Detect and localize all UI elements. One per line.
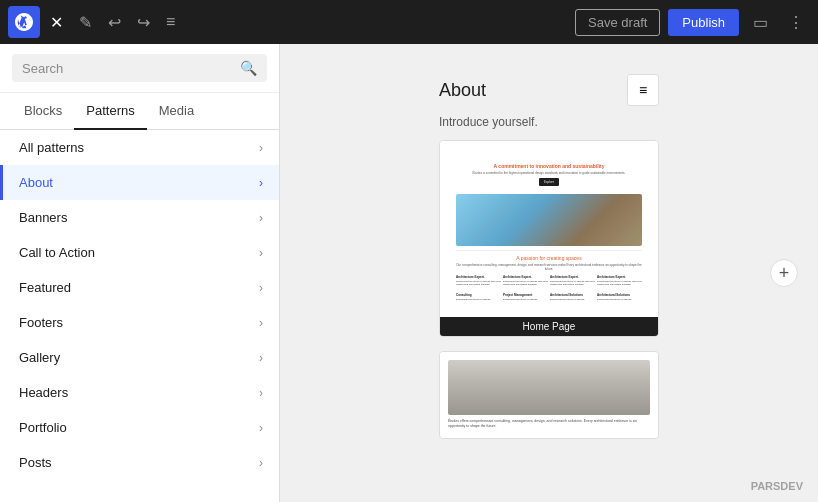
save-draft-button[interactable]: Save draft	[575, 9, 660, 36]
sidebar-item-portfolio[interactable]: Portfolio ›	[0, 410, 279, 445]
publish-button[interactable]: Publish	[668, 9, 739, 36]
grid-item-4: Architecture Expert. Examining the futur…	[597, 275, 642, 286]
sidebar-list: All patterns › About › Banners › Call to…	[0, 130, 279, 502]
add-block-button[interactable]: +	[770, 259, 798, 287]
chevron-icon: ›	[259, 456, 263, 470]
arch-heading: A commitment to innovation and sustainab…	[460, 163, 638, 169]
toolbar-right: Save draft Publish ▭ ⋮	[575, 7, 810, 38]
more-options-button[interactable]: ⋮	[782, 7, 810, 38]
undo-button[interactable]: ↩	[102, 7, 127, 38]
chevron-icon: ›	[259, 386, 263, 400]
grid-item-8: Architectural Solutions Examining the fu…	[597, 293, 642, 301]
sidebar-item-call-to-action[interactable]: Call to Action ›	[0, 235, 279, 270]
arch-grid-2: Consulting Examining the future of space…	[456, 293, 642, 301]
chevron-icon: ›	[259, 421, 263, 435]
grid-item-7: Architectural Solutions Examining the fu…	[550, 293, 595, 301]
sidebar-item-banners[interactable]: Banners ›	[0, 200, 279, 235]
sidebar-item-headers[interactable]: Headers ›	[0, 375, 279, 410]
arch-body-text: Études is committed to the highest opera…	[460, 171, 638, 175]
redo-button[interactable]: ↪	[131, 7, 156, 38]
tab-patterns[interactable]: Patterns	[74, 93, 146, 130]
sidebar-item-label: All patterns	[19, 140, 84, 155]
arch-grid: Architecture Expert. Examining the futur…	[456, 275, 642, 286]
list-icon: ≡	[639, 82, 647, 98]
pattern-card-1[interactable]: A commitment to innovation and sustainab…	[439, 140, 659, 337]
sidebar-item-label: Gallery	[19, 350, 60, 365]
sidebar-item-featured[interactable]: Featured ›	[0, 270, 279, 305]
section-subtitle: Introduce yourself.	[439, 112, 659, 130]
card2-inner: Études offers comprehensive consulting, …	[440, 352, 658, 438]
sidebar: 🔍 Blocks Patterns Media All patterns › A…	[0, 44, 280, 502]
toolbar: ✕ ✎ ↩ ↪ ≡ Save draft Publish ▭ ⋮	[0, 0, 818, 44]
chevron-icon: ›	[259, 176, 263, 190]
sidebar-item-label: Call to Action	[19, 245, 95, 260]
menu-button[interactable]: ≡	[160, 7, 181, 37]
view-button[interactable]: ▭	[747, 7, 774, 38]
grid-item-2: Architecture Expert. Examining the futur…	[503, 275, 548, 286]
sidebar-item-label: Headers	[19, 385, 68, 400]
content-area: About ≡ Introduce yourself. A commitment…	[280, 44, 818, 502]
sidebar-item-label: Posts	[19, 455, 52, 470]
grid-item-6: Project Management Examining the future …	[503, 293, 548, 301]
pattern-card-2[interactable]: Études offers comprehensive consulting, …	[439, 351, 659, 439]
section-header: About ≡	[439, 74, 659, 106]
arch-preview: A commitment to innovation and sustainab…	[450, 151, 648, 307]
chevron-icon: ›	[259, 281, 263, 295]
tab-media[interactable]: Media	[147, 93, 206, 130]
arch-section2-heading: A passion for creating spaces	[456, 255, 642, 261]
search-container: 🔍	[0, 44, 279, 93]
search-box: 🔍	[12, 54, 267, 82]
watermark: PARSDEV	[751, 480, 803, 492]
arch-image	[456, 194, 642, 246]
chevron-icon: ›	[259, 211, 263, 225]
arch-section2-text: Our comprehensive consulting, management…	[456, 263, 642, 271]
sidebar-item-gallery[interactable]: Gallery ›	[0, 340, 279, 375]
sidebar-item-about[interactable]: About ›	[0, 165, 279, 200]
card2-text: Études offers comprehensive consulting, …	[448, 419, 650, 430]
main-layout: 🔍 Blocks Patterns Media All patterns › A…	[0, 44, 818, 502]
pattern-card-inner: A commitment to innovation and sustainab…	[440, 141, 658, 317]
chevron-icon: ›	[259, 316, 263, 330]
close-button[interactable]: ✕	[44, 7, 69, 38]
grid-item-5: Consulting Examining the future of space…	[456, 293, 501, 301]
sidebar-item-label: Featured	[19, 280, 71, 295]
section-title: About	[439, 80, 486, 101]
sidebar-item-all-patterns[interactable]: All patterns ›	[0, 130, 279, 165]
tabs: Blocks Patterns Media	[0, 93, 279, 130]
sidebar-item-posts[interactable]: Posts ›	[0, 445, 279, 480]
sidebar-item-label: Portfolio	[19, 420, 67, 435]
search-icon: 🔍	[240, 60, 257, 76]
sidebar-item-label: Banners	[19, 210, 67, 225]
chevron-icon: ›	[259, 141, 263, 155]
arch-text-top: A commitment to innovation and sustainab…	[456, 157, 642, 190]
sidebar-item-footers[interactable]: Footers ›	[0, 305, 279, 340]
toolbar-left: ✕ ✎ ↩ ↪ ≡	[8, 6, 181, 38]
pen-button[interactable]: ✎	[73, 7, 98, 38]
tab-blocks[interactable]: Blocks	[12, 93, 74, 130]
arch-divider	[456, 250, 642, 251]
wp-logo[interactable]	[8, 6, 40, 38]
grid-item-1: Architecture Expert. Examining the futur…	[456, 275, 501, 286]
card2-image	[448, 360, 650, 415]
list-view-button[interactable]: ≡	[627, 74, 659, 106]
chevron-icon: ›	[259, 246, 263, 260]
sidebar-item-label: Footers	[19, 315, 63, 330]
sidebar-item-label: About	[19, 175, 53, 190]
pattern-label: Home Page	[440, 317, 658, 336]
chevron-icon: ›	[259, 351, 263, 365]
grid-item-3: Architecture Expert. Examining the futur…	[550, 275, 595, 286]
search-input[interactable]	[22, 61, 232, 76]
